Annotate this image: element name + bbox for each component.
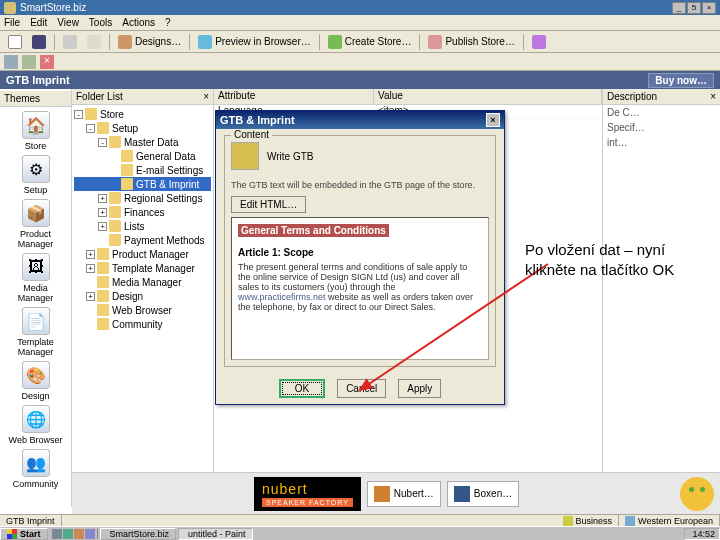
close-panel-icon[interactable]: ×: [40, 55, 54, 69]
expand-icon[interactable]: +: [98, 194, 107, 203]
ql-icon-2[interactable]: [63, 529, 73, 539]
menu-edit[interactable]: Edit: [30, 17, 47, 28]
tree-item-setup[interactable]: -Setup: [74, 121, 211, 135]
sidebar-item-store[interactable]: 🏠Store: [6, 111, 66, 151]
buy-now-button[interactable]: Buy now…: [648, 73, 714, 88]
expand-icon[interactable]: -: [98, 138, 107, 147]
apply-button[interactable]: Apply: [398, 379, 441, 398]
description-close[interactable]: ×: [710, 91, 716, 102]
expand-icon[interactable]: +: [86, 264, 95, 273]
tool-extra[interactable]: [528, 33, 550, 51]
folder-icon: [109, 206, 121, 218]
system-tray[interactable]: 14:52: [684, 528, 720, 540]
folder-icon: [85, 108, 97, 120]
tree-item-community[interactable]: Community: [74, 317, 211, 331]
folder-icon: [121, 150, 133, 162]
description-header: Description: [607, 91, 657, 102]
folder-icon: [121, 178, 133, 190]
section-title: GTB Imprint: [6, 74, 70, 86]
write-gtb-icon: [231, 142, 259, 170]
nubert-ad[interactable]: nubert SPEAKER FACTORY: [254, 477, 361, 511]
sidebar-item-design[interactable]: 🎨Design: [6, 361, 66, 401]
thumb-nubert[interactable]: Nubert…: [367, 481, 441, 507]
status-encoding: Western European: [619, 515, 720, 526]
folder-icon: [97, 248, 109, 260]
tree-item-e-mail-settings[interactable]: E-mail Settings: [74, 163, 211, 177]
expand-icon[interactable]: +: [86, 292, 95, 301]
tree-item-template-manager[interactable]: +Template Manager: [74, 261, 211, 275]
ql-icon-1[interactable]: [52, 529, 62, 539]
col-attribute[interactable]: Attribute: [214, 89, 374, 104]
gtb-content-box[interactable]: General Terms and Conditions Article 1: …: [231, 217, 489, 360]
tool-paste[interactable]: [83, 33, 105, 51]
windows-logo-icon: [7, 529, 17, 539]
tree-item-regional-settings[interactable]: +Regional Settings: [74, 191, 211, 205]
menu-file[interactable]: File: [4, 17, 20, 28]
folder-list-header: Folder List: [76, 91, 123, 102]
tree-item-lists[interactable]: +Lists: [74, 219, 211, 233]
dialog-close-button[interactable]: ×: [486, 113, 500, 127]
sidebar-item-template-manager[interactable]: 📄Template Manager: [6, 307, 66, 357]
restore-button[interactable]: 5: [687, 2, 701, 14]
dialog-help-text: The GTB text will be embedded in the GTB…: [231, 180, 489, 190]
minimize-button[interactable]: _: [672, 2, 686, 14]
create-store-button[interactable]: Create Store…: [324, 33, 416, 51]
gtb-body-text: The present general terms and conditions…: [238, 262, 482, 312]
sidebar-item-media-manager[interactable]: 🖼Media Manager: [6, 253, 66, 303]
edit-html-button[interactable]: Edit HTML…: [231, 196, 306, 213]
sidebar-item-product-manager[interactable]: 📦Product Manager: [6, 199, 66, 249]
tree-expand-icon[interactable]: [22, 55, 36, 69]
sidebar-tab[interactable]: Themes: [0, 91, 71, 107]
tree-item-gtb-imprint[interactable]: GTB & Imprint: [74, 177, 211, 191]
sidebar-item-community[interactable]: 👥Community: [6, 449, 66, 489]
expand-icon[interactable]: -: [74, 110, 83, 119]
task-smartstore[interactable]: SmartStore.biz: [100, 528, 177, 540]
menu-help[interactable]: ?: [165, 17, 171, 28]
expand-icon[interactable]: +: [98, 222, 107, 231]
tree-item-general-data[interactable]: General Data: [74, 149, 211, 163]
menu-view[interactable]: View: [57, 17, 79, 28]
tool-new[interactable]: [4, 33, 26, 51]
folder-icon: [109, 220, 121, 232]
tool-save[interactable]: [28, 33, 50, 51]
sidebar-item-setup[interactable]: ⚙Setup: [6, 155, 66, 195]
tree-item-master-data[interactable]: -Master Data: [74, 135, 211, 149]
preview-button[interactable]: Preview in Browser…: [194, 33, 315, 51]
tree-item-media-manager[interactable]: Media Manager: [74, 275, 211, 289]
ql-icon-3[interactable]: [74, 529, 84, 539]
smiley-icon: [680, 477, 714, 511]
menu-tools[interactable]: Tools: [89, 17, 112, 28]
tree-item-design[interactable]: +Design: [74, 289, 211, 303]
instruction-callout: Po vložení dat – nyní klikněte na tlačít…: [525, 240, 695, 279]
gtb-heading: General Terms and Conditions: [238, 224, 389, 237]
start-button[interactable]: Start: [0, 528, 48, 540]
cancel-button[interactable]: Cancel: [337, 379, 386, 398]
tree-item-store[interactable]: -Store: [74, 107, 211, 121]
col-value[interactable]: Value: [374, 89, 602, 104]
write-gtb-label: Write GTB: [267, 151, 313, 162]
folder-tree[interactable]: -Store-Setup-Master DataGeneral DataE-ma…: [72, 105, 213, 500]
tree-item-payment-methods[interactable]: Payment Methods: [74, 233, 211, 247]
expand-icon[interactable]: +: [98, 208, 107, 217]
tree-collapse-icon[interactable]: [4, 55, 18, 69]
tree-item-finances[interactable]: +Finances: [74, 205, 211, 219]
practicefirms-link[interactable]: www.practicefirms.net: [238, 292, 326, 302]
dialog-titlebar[interactable]: GTB & Imprint ×: [216, 111, 504, 129]
folder-list-close[interactable]: ×: [203, 91, 209, 102]
publish-store-button[interactable]: Publish Store…: [424, 33, 518, 51]
app-title: SmartStore.biz: [20, 2, 86, 13]
expand-icon[interactable]: +: [86, 250, 95, 259]
designs-button[interactable]: Designs…: [114, 33, 185, 51]
tree-item-web-browser[interactable]: Web Browser: [74, 303, 211, 317]
menu-actions[interactable]: Actions: [122, 17, 155, 28]
tree-item-product-manager[interactable]: +Product Manager: [74, 247, 211, 261]
close-button[interactable]: ×: [702, 2, 716, 14]
sidebar-item-web-browser[interactable]: 🌐Web Browser: [6, 405, 66, 445]
ok-button[interactable]: OK: [279, 379, 325, 398]
quick-launch: [50, 529, 98, 539]
expand-icon[interactable]: -: [86, 124, 95, 133]
tool-copy[interactable]: [59, 33, 81, 51]
ql-icon-4[interactable]: [85, 529, 95, 539]
thumb-boxen[interactable]: Boxen…: [447, 481, 519, 507]
task-paint[interactable]: untitled - Paint: [178, 528, 253, 540]
